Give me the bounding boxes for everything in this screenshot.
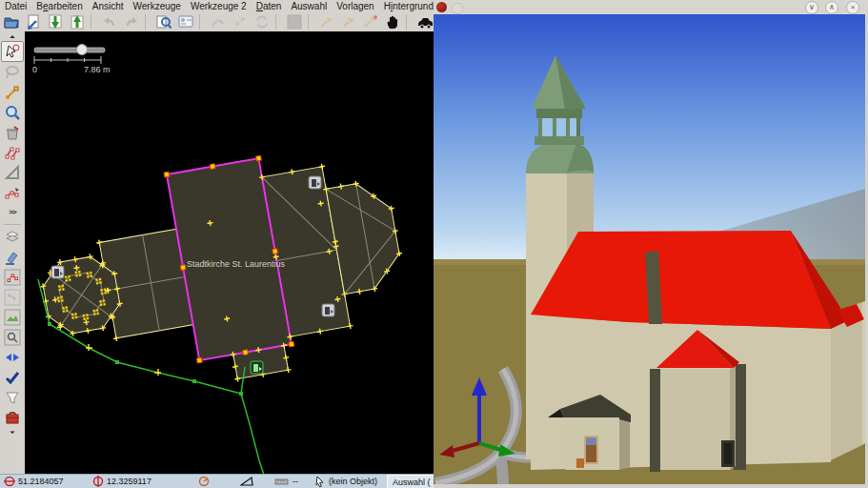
menu-werkzeuge-2[interactable]: Werkzeuge 2 bbox=[186, 0, 252, 12]
entrance-door-icon-selected[interactable] bbox=[251, 361, 263, 374]
tower-node-cluster[interactable] bbox=[101, 293, 104, 295]
tower-node-cluster[interactable] bbox=[99, 300, 102, 303]
tower-node-cluster[interactable] bbox=[95, 278, 98, 281]
tower-node-cluster[interactable] bbox=[87, 275, 90, 278]
search-toggle-button[interactable] bbox=[1, 327, 24, 347]
maximize-button[interactable]: ∧ bbox=[825, 1, 838, 14]
changeset-toggle-button[interactable] bbox=[1, 407, 24, 427]
tower-node-cluster[interactable] bbox=[86, 314, 89, 316]
tower-node-cluster[interactable] bbox=[103, 303, 106, 306]
tower-node-cluster[interactable] bbox=[99, 281, 102, 284]
tower-node-cluster[interactable] bbox=[71, 316, 74, 319]
upload-data-button[interactable] bbox=[66, 13, 88, 31]
menu-datei[interactable]: Datei bbox=[0, 0, 31, 12]
menu-bearbeiten[interactable]: Bearbeiten bbox=[31, 0, 87, 12]
marker-toggle-button[interactable] bbox=[1, 247, 24, 267]
tower-node-cluster[interactable] bbox=[75, 272, 78, 274]
tower-node-cluster[interactable] bbox=[78, 271, 81, 274]
tower-node-cluster[interactable] bbox=[59, 289, 62, 292]
menu-vorlagen[interactable]: Vorlagen bbox=[332, 0, 378, 12]
tower-node-cluster[interactable] bbox=[99, 278, 102, 281]
tower-node-cluster[interactable] bbox=[65, 306, 68, 309]
save-file-button[interactable] bbox=[22, 13, 44, 31]
tower-node-cluster[interactable] bbox=[60, 296, 63, 299]
door-icon[interactable] bbox=[322, 304, 334, 316]
tower-node-cluster[interactable] bbox=[66, 310, 69, 313]
car-preset-button[interactable] bbox=[414, 13, 435, 31]
menu-werkzeuge[interactable]: Werkzeuge bbox=[129, 0, 186, 12]
menu-ansicht[interactable]: Ansicht bbox=[88, 0, 129, 12]
tower-node-cluster[interactable] bbox=[92, 310, 95, 313]
filter-toggle-button[interactable] bbox=[1, 387, 24, 407]
improve-accuracy-tool-button[interactable] bbox=[1, 182, 24, 202]
tower-node-cluster[interactable] bbox=[61, 285, 64, 288]
validation-toggle-button[interactable] bbox=[1, 267, 24, 287]
selected-way-node[interactable] bbox=[180, 265, 186, 271]
tower-node-cluster[interactable] bbox=[91, 274, 93, 277]
measure-tool-button[interactable] bbox=[1, 162, 24, 182]
validate-button[interactable] bbox=[1, 367, 24, 387]
pan-tool-button[interactable] bbox=[381, 13, 403, 31]
tower-node-cluster[interactable] bbox=[103, 299, 106, 302]
tower-node-cluster[interactable] bbox=[100, 289, 103, 292]
imagery-toggle-button[interactable] bbox=[1, 307, 24, 327]
draw-node-tool-button[interactable] bbox=[1, 82, 24, 102]
layers-toggle-button[interactable] bbox=[1, 227, 24, 247]
tower-node-cluster[interactable] bbox=[75, 274, 78, 277]
tower-node-cluster[interactable] bbox=[68, 275, 71, 278]
window-menu-icon[interactable] bbox=[452, 3, 463, 14]
selected-way-node[interactable] bbox=[196, 357, 202, 363]
door-icon[interactable] bbox=[51, 266, 64, 278]
tower-node-cluster[interactable] bbox=[61, 299, 64, 302]
tower-node-cluster[interactable] bbox=[57, 296, 60, 299]
tower-node-cluster[interactable] bbox=[75, 316, 78, 319]
selection-panel-button[interactable]: Auswahl ( bbox=[387, 475, 439, 488]
tower-node-cluster[interactable] bbox=[93, 313, 96, 315]
menu-auswahl[interactable]: Auswahl bbox=[286, 0, 332, 12]
tower-node-cluster[interactable] bbox=[104, 289, 107, 292]
preferences-button[interactable] bbox=[174, 13, 196, 31]
tower-node-cluster[interactable] bbox=[58, 300, 61, 303]
3d-viewport[interactable] bbox=[434, 14, 865, 484]
scroll-down-button[interactable] bbox=[1, 427, 24, 437]
tower-node-cluster[interactable] bbox=[87, 273, 90, 275]
tower-node-cluster[interactable] bbox=[62, 307, 65, 310]
minimize-button[interactable]: ∨ bbox=[805, 1, 818, 14]
selected-way-node[interactable] bbox=[289, 341, 294, 347]
delete-tool-button[interactable] bbox=[1, 122, 24, 142]
tower-node-cluster[interactable] bbox=[96, 313, 99, 315]
scroll-up-button[interactable] bbox=[1, 31, 24, 41]
selected-way-node[interactable] bbox=[243, 350, 249, 356]
tower-node-cluster[interactable] bbox=[90, 272, 92, 274]
download-data-button[interactable] bbox=[44, 13, 66, 31]
zoom-slider[interactable] bbox=[34, 45, 105, 55]
menu-daten[interactable]: Daten bbox=[252, 0, 287, 12]
open-file-button[interactable] bbox=[0, 13, 22, 31]
more-tools-button[interactable]: >> bbox=[1, 202, 24, 222]
3d-title-bar[interactable]: ∨∧× bbox=[434, 0, 868, 15]
tower-node-cluster[interactable] bbox=[96, 309, 99, 312]
tower-node-cluster[interactable] bbox=[96, 282, 99, 285]
selected-way-node[interactable] bbox=[256, 155, 262, 161]
tower-node-cluster[interactable] bbox=[62, 288, 65, 291]
close-button[interactable]: × bbox=[846, 1, 859, 14]
tower-node-cluster[interactable] bbox=[63, 310, 66, 313]
menu-hintergrund[interactable]: Hintergrund bbox=[379, 0, 434, 12]
tower-node-cluster[interactable] bbox=[65, 276, 68, 279]
tower-node-cluster[interactable] bbox=[58, 285, 61, 288]
selected-way-node[interactable] bbox=[273, 249, 278, 254]
selected-way-node[interactable] bbox=[210, 164, 215, 170]
compare-toggle-button[interactable] bbox=[1, 347, 24, 367]
select-tool-button[interactable] bbox=[1, 41, 24, 62]
tower-node-cluster[interactable] bbox=[87, 317, 90, 320]
tower-node-cluster[interactable] bbox=[104, 292, 107, 295]
parallel-way-tool-button[interactable] bbox=[1, 142, 24, 162]
door-icon[interactable] bbox=[309, 176, 321, 189]
map-canvas[interactable]: Stadtkirche St. Laurentius 0 7.86 m bbox=[25, 31, 434, 474]
zoom-tool-button[interactable] bbox=[1, 102, 24, 122]
tower-node-cluster[interactable] bbox=[100, 303, 103, 306]
tower-node-cluster[interactable] bbox=[69, 278, 71, 281]
tower-node-cluster[interactable] bbox=[83, 315, 86, 317]
selected-way-node[interactable] bbox=[164, 172, 170, 177]
lasso-tool-button[interactable] bbox=[1, 62, 24, 82]
